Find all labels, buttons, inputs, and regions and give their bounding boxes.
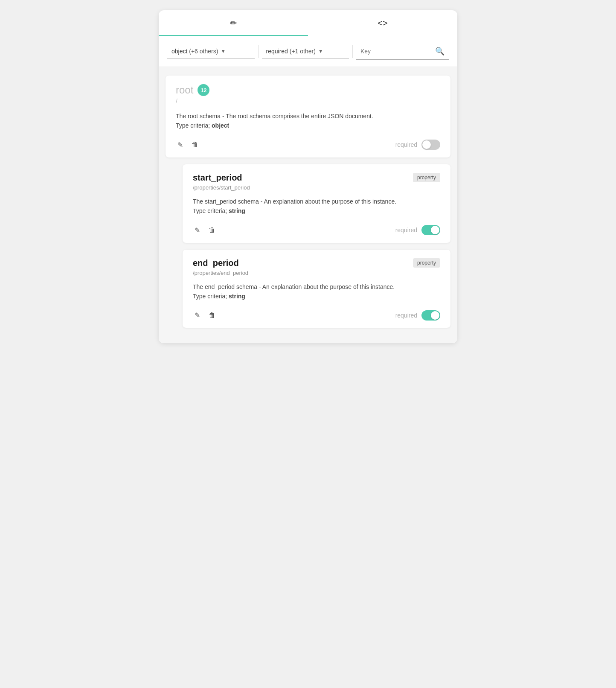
tab-edit[interactable]: ✏ xyxy=(159,10,308,36)
start-period-required-label: required xyxy=(395,227,417,233)
tabs-bar: ✏ <> xyxy=(159,10,457,36)
start-period-edit-button[interactable]: ✎ xyxy=(193,224,202,236)
edit-icon: ✏ xyxy=(230,18,237,28)
end-period-tag: property xyxy=(413,258,440,268)
start-period-card: start_period property /properties/start_… xyxy=(183,164,450,243)
root-path: / xyxy=(176,98,440,105)
end-period-required-label: required xyxy=(395,312,417,319)
root-required-toggle[interactable] xyxy=(421,140,440,150)
start-period-path: /properties/start_period xyxy=(193,184,440,191)
type-filter-value: object (+6 others) xyxy=(171,48,218,55)
root-delete-button[interactable]: 🗑 xyxy=(190,139,200,150)
root-card-wrapper: ⌄ root 12 / The root schema - The root s… xyxy=(166,76,450,157)
code-icon: <> xyxy=(378,18,387,28)
required-filter[interactable]: required (+1 other) ▼ xyxy=(262,44,349,58)
start-period-description: The start_period schema - An explanation… xyxy=(193,197,440,216)
type-filter-chevron: ▼ xyxy=(221,48,226,54)
search-icon[interactable]: 🔍 xyxy=(435,47,445,56)
root-description: The root schema - The root schema compri… xyxy=(176,111,440,131)
type-filter[interactable]: object (+6 others) ▼ xyxy=(167,44,255,58)
end-period-path: /properties/end_period xyxy=(193,270,440,276)
main-card: ✏ <> object (+6 others) ▼ required (+1 o… xyxy=(159,10,457,343)
end-period-toggle-knob xyxy=(431,311,439,320)
end-period-edit-button[interactable]: ✎ xyxy=(193,309,202,321)
root-edit-button[interactable]: ✎ xyxy=(176,139,185,151)
end-period-card: end_period property /properties/end_peri… xyxy=(183,250,450,328)
start-period-toggle-knob xyxy=(431,226,439,234)
root-title: root xyxy=(176,84,193,96)
end-period-description: The end_period schema - An explanation a… xyxy=(193,282,440,301)
content-area: ⌄ root 12 / The root schema - The root s… xyxy=(159,67,457,343)
required-filter-value: required (+1 other) xyxy=(266,48,316,55)
filter-divider-1 xyxy=(258,45,259,58)
start-period-footer: ✎ 🗑 required xyxy=(193,224,440,236)
search-input[interactable] xyxy=(360,48,435,55)
root-badge: 12 xyxy=(198,84,209,96)
search-field[interactable]: 🔍 xyxy=(356,43,449,60)
tab-code[interactable]: <> xyxy=(308,10,457,36)
start-period-header: start_period property xyxy=(193,173,440,183)
filters-bar: object (+6 others) ▼ required (+1 other)… xyxy=(159,36,457,67)
required-filter-chevron: ▼ xyxy=(318,48,323,54)
start-period-required-toggle[interactable] xyxy=(421,225,440,235)
filter-divider-2 xyxy=(352,45,353,58)
end-period-required-toggle[interactable] xyxy=(421,310,440,321)
end-period-delete-button[interactable]: 🗑 xyxy=(207,310,217,321)
root-header: root 12 xyxy=(176,84,440,96)
start-period-tag: property xyxy=(413,173,440,182)
root-toggle-knob xyxy=(422,140,431,149)
start-period-delete-button[interactable]: 🗑 xyxy=(207,224,217,236)
end-period-footer: ✎ 🗑 required xyxy=(193,309,440,321)
root-required-label: required xyxy=(395,141,417,148)
end-period-header: end_period property xyxy=(193,258,440,268)
root-footer: ✎ 🗑 required xyxy=(176,139,440,151)
start-period-name: start_period xyxy=(193,173,242,183)
end-period-name: end_period xyxy=(193,258,239,268)
properties-list: start_period property /properties/start_… xyxy=(183,164,450,328)
root-card: root 12 / The root schema - The root sch… xyxy=(166,76,450,157)
